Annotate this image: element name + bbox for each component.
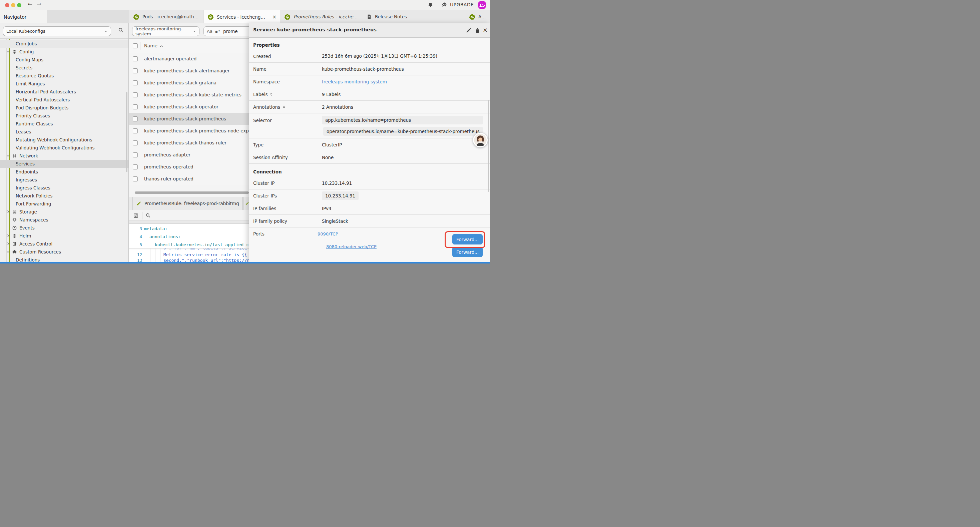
tab-argo[interactable]: Argo Se [432, 10, 490, 23]
tab-navigator[interactable]: Navigator [0, 10, 47, 24]
namespace-link[interactable]: freeleaps-monitoring-system [322, 79, 387, 84]
sidebar-item-leases[interactable]: Leases [0, 128, 129, 136]
row-checkbox[interactable] [133, 177, 138, 182]
sidebar-item-runtime-classes[interactable]: Runtime Classes [0, 120, 129, 128]
code-line: kubectl.kubernetes.io/last-applied-co [155, 242, 249, 247]
table-row[interactable]: alertmanager-operated [129, 53, 249, 65]
table-row[interactable]: kube-prometheus-stack-operator [129, 101, 249, 113]
sidebar-item-limit-ranges[interactable]: Limit Ranges [0, 80, 129, 88]
notification-count-badge[interactable]: 15 [478, 1, 486, 10]
labels-count[interactable]: 9 Labels [322, 92, 340, 97]
port-link-8080[interactable]: 8080:reloader-web/TCP [326, 244, 377, 249]
match-case-toggle[interactable]: Aa [207, 29, 213, 34]
kubeconfig-select[interactable]: Local Kubeconfigs [3, 26, 111, 36]
expand-collapse-icon[interactable] [269, 92, 273, 96]
row-checkbox[interactable] [133, 153, 138, 158]
row-checkbox[interactable] [133, 104, 138, 110]
sidebar-group-access-control[interactable]: Access Control [0, 240, 129, 248]
tab-close-icon[interactable]: × [270, 14, 277, 20]
traffic-light-close[interactable] [5, 3, 10, 7]
forward-arrow-icon[interactable]: → [37, 1, 41, 7]
row-checkbox[interactable] [133, 56, 138, 61]
sidebar-group-storage[interactable]: Storage [0, 208, 129, 216]
sidebar-item-mutating-webhook-configurations[interactable]: Mutating Webhook Configurations [0, 136, 129, 144]
sidebar-item-pod-disruption-budgets[interactable]: Pod Disruption Budgets [0, 104, 129, 112]
row-checkbox[interactable] [133, 68, 138, 73]
sidebar-item-endpoints[interactable]: Endpoints [0, 168, 129, 176]
tab-pods[interactable]: Pods - icecheng@mathmas... [129, 10, 203, 23]
traffic-light-zoom[interactable] [17, 3, 21, 7]
property-row-selector: Selector app.kubernetes.io/name=promethe… [249, 113, 490, 139]
tab-release-notes[interactable]: Release Notes [362, 10, 432, 23]
sidebar-item-services[interactable]: Services [0, 160, 129, 168]
back-arrow-icon[interactable]: ← [28, 1, 32, 7]
sidebar-item-secrets[interactable]: Secrets [0, 64, 129, 72]
table-row[interactable]: kube-prometheus-stack-grafana [129, 77, 249, 89]
upgrade-button[interactable]: UPGRADE [441, 2, 474, 8]
property-row-annotations: Annotations 2 Annotations [249, 101, 490, 113]
row-checkbox[interactable] [133, 116, 138, 121]
sidebar-group-helm[interactable]: Helm [0, 232, 129, 240]
search-icon[interactable] [118, 27, 124, 33]
edit-icon[interactable] [466, 28, 471, 33]
sort-ascending-icon[interactable] [159, 45, 164, 48]
sidebar-group-network[interactable]: Network [0, 152, 129, 160]
sidebar-item-config-maps[interactable]: Config Maps [0, 56, 129, 64]
shield-icon [12, 242, 17, 247]
close-icon[interactable]: × [483, 26, 488, 33]
port-link-9090[interactable]: 9090/TCP [318, 231, 338, 236]
gear-icon [12, 49, 17, 54]
table-row[interactable]: prometheus-adapter [129, 149, 249, 161]
sidebar-item-resource-quotas[interactable]: Resource Quotas [0, 72, 129, 80]
sidebar-item-ingress-classes[interactable]: Ingress Classes [0, 184, 129, 192]
row-checkbox[interactable] [133, 164, 138, 169]
sidebar-item-priority-classes[interactable]: Priority Classes [0, 112, 129, 120]
table-row[interactable]: kube-prometheus-stack-thanos-ruler [129, 137, 249, 149]
row-checkbox[interactable] [133, 128, 138, 134]
filter-input[interactable]: Aa ▪* prome [204, 26, 249, 36]
namespace-select[interactable]: freeleaps-monitoring-system [132, 26, 199, 36]
forward-button-8080[interactable]: Forward... [452, 247, 483, 257]
sidebar-item-events[interactable]: Events [0, 224, 129, 232]
tab-prometheusrule-editor[interactable]: PrometheusRule: freeleaps-prod-rabbitmq [133, 197, 243, 210]
row-checkbox[interactable] [133, 80, 138, 85]
yaml-editor[interactable]: 3 4 5 12 13 14 metadata: annotations: ku… [129, 224, 249, 263]
editor-search-icon[interactable] [145, 213, 151, 218]
table-row[interactable]: kube-prometheus-stack-prometheus-node-ex… [129, 125, 249, 137]
code-line: metadata: [144, 226, 167, 231]
horizontal-scrollbar[interactable] [135, 191, 249, 194]
sidebar-group-config[interactable]: Config [0, 48, 129, 56]
table-row[interactable]: prometheus-operated [129, 161, 249, 173]
sidebar-item-ingresses[interactable]: Ingresses [0, 176, 129, 184]
select-all-checkbox[interactable] [133, 43, 138, 48]
sidebar-item-horizontal-pod-autoscalers[interactable]: Horizontal Pod Autoscalers [0, 88, 129, 96]
avatar[interactable] [473, 133, 488, 147]
row-checkbox[interactable] [133, 140, 138, 145]
sidebar-item-port-forwarding[interactable]: Port Forwarding [0, 200, 129, 208]
expand-collapse-icon[interactable] [282, 105, 286, 109]
column-header-name[interactable]: Name [144, 43, 158, 48]
tab-services[interactable]: Services - icecheng@math... × [203, 10, 280, 24]
row-checkbox[interactable] [133, 92, 138, 97]
sidebar-group-custom-resources[interactable]: Custom Resources [0, 248, 129, 256]
sidebar-item-namespaces[interactable]: Namespaces [0, 216, 129, 224]
chevron-right-icon [6, 210, 10, 214]
sidebar-item-validating-webhook-configurations[interactable]: Validating Webhook Configurations [0, 144, 129, 152]
traffic-light-minimize[interactable] [11, 3, 15, 7]
table-row-selected[interactable]: kube-prometheus-stack-prometheus [129, 113, 249, 125]
sidebar-item-cron-jobs[interactable]: Cron Jobs [0, 40, 129, 48]
table-row[interactable]: thanos-ruler-operated [129, 173, 249, 185]
panel-scrollbar[interactable] [488, 100, 489, 192]
save-icon[interactable] [133, 213, 139, 218]
sidebar-item-network-policies[interactable]: Network Policies [0, 192, 129, 200]
tab-editor-partial[interactable] [244, 197, 249, 210]
sidebar-scrollbar[interactable] [126, 92, 127, 172]
notifications-bell-icon[interactable] [428, 2, 433, 8]
table-row[interactable]: kube-prometheus-stack-kube-state-metrics [129, 89, 249, 101]
sidebar-item-vertical-pod-autoscalers[interactable]: Vertical Pod Autoscalers [0, 96, 129, 104]
annotations-count[interactable]: 2 Annotations [322, 104, 353, 110]
regex-toggle[interactable]: ▪* [215, 29, 221, 34]
tab-prometheus-rules[interactable]: Prometheus Rules - icecheng... [280, 10, 362, 23]
table-row[interactable]: kube-prometheus-stack-alertmanager [129, 65, 249, 77]
delete-icon[interactable] [475, 28, 480, 33]
